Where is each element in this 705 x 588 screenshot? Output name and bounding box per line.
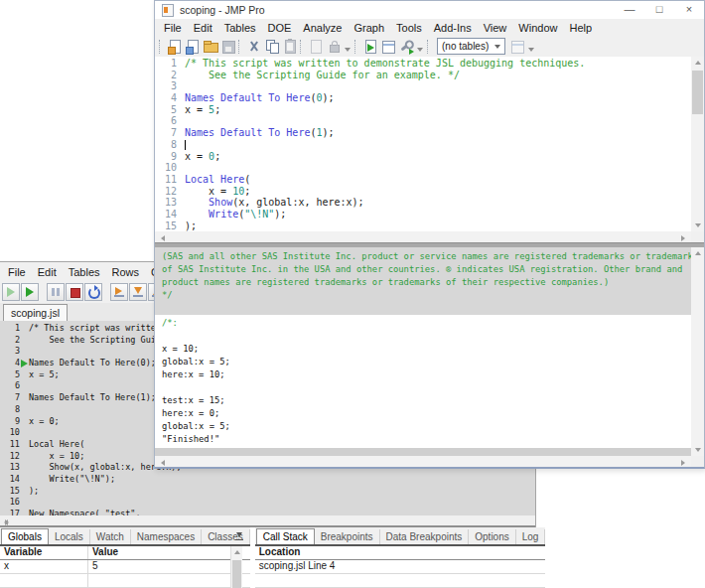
tab-globals[interactable]: Globals	[1, 528, 49, 544]
log-hscrollbar[interactable]	[155, 456, 691, 467]
toolbar-overflow-icon[interactable]	[345, 48, 351, 52]
line-number: 6	[155, 115, 185, 127]
tab-breakpoints[interactable]: Breakpoints	[315, 529, 380, 544]
tools-button[interactable]	[397, 38, 415, 56]
desktop: FileEditTablesRowsColsDOE scoping.jsl 1/…	[0, 0, 705, 588]
table-row[interactable]	[0, 574, 250, 588]
code-line-5: 5x = 5;	[155, 104, 691, 116]
step-over-button[interactable]	[110, 283, 128, 301]
line-number: 10	[0, 427, 29, 439]
scroll-left-icon[interactable]	[157, 231, 170, 242]
minimize-button[interactable]: —	[615, 1, 644, 19]
code-line-7: 7Names Default To Here(1);	[155, 127, 691, 139]
debug-pause-button[interactable]	[47, 283, 65, 301]
step-into-icon	[134, 287, 142, 294]
debug-menu-edit[interactable]: Edit	[32, 266, 63, 278]
title-bar[interactable]: scoping - JMP Pro — □ ×	[155, 1, 704, 19]
line-number: 6	[0, 380, 29, 392]
cut-button[interactable]	[245, 38, 263, 56]
line-number: 4	[155, 92, 185, 104]
copy-special-button[interactable]	[307, 38, 325, 56]
jmp-main-window: scoping - JMP Pro — □ × FileEditTablesDO…	[154, 0, 705, 469]
code-line-10: 10	[155, 162, 691, 174]
document-icon	[311, 40, 322, 54]
table-row[interactable]	[255, 574, 546, 588]
editor-hscrollbar[interactable]	[155, 231, 691, 242]
toolbar-overflow-icon[interactable]	[417, 48, 423, 52]
log-pane[interactable]: (SAS and all other SAS Institute Inc. pr…	[155, 247, 691, 456]
import-table-button[interactable]	[508, 38, 526, 56]
scroll-down-icon[interactable]	[691, 219, 704, 231]
log-vscrollbar[interactable]	[691, 247, 704, 456]
scroll-left-icon[interactable]	[157, 456, 170, 467]
debug-menu-tables[interactable]: Tables	[63, 266, 106, 278]
menu-add-ins[interactable]: Add-Ins	[428, 22, 478, 34]
scrollbar-thumb[interactable]	[232, 560, 241, 588]
pin-icon[interactable]	[235, 532, 244, 541]
menu-doe[interactable]: DOE	[262, 22, 298, 34]
tab-options[interactable]: Options	[469, 529, 515, 544]
debug-run-button[interactable]	[21, 283, 39, 301]
close-button[interactable]: ×	[674, 1, 704, 19]
tab-log[interactable]: Log	[516, 529, 546, 544]
tab-namespaces[interactable]: Namespaces	[131, 529, 202, 544]
editor-vscrollbar[interactable]	[691, 57, 704, 231]
script-editor[interactable]: 1/* This script was written to demonstra…	[155, 57, 691, 232]
scroll-up-icon[interactable]	[691, 57, 704, 70]
new-data-table-button[interactable]	[379, 38, 397, 56]
debug-menu-file[interactable]: File	[2, 266, 32, 278]
debug-run-no-breakpoints-button[interactable]	[2, 283, 20, 301]
menu-graph[interactable]: Graph	[348, 22, 390, 34]
scrollbar-thumb[interactable]	[692, 71, 703, 114]
code-line-9: 9x = 0;	[155, 151, 691, 163]
scroll-down-icon[interactable]	[691, 443, 704, 456]
menu-tools[interactable]: Tools	[390, 22, 428, 34]
menu-window[interactable]: Window	[512, 22, 563, 34]
main-menubar: FileEditTablesDOEAnalyzeGraphToolsAdd-In…	[155, 19, 704, 36]
scroll-right-icon[interactable]	[676, 456, 689, 467]
new-journal-button[interactable]	[166, 38, 184, 56]
tables-dropdown[interactable]: (no tables)	[437, 38, 505, 55]
tab-watch[interactable]: Watch	[90, 529, 131, 544]
line-number: 11	[0, 439, 29, 451]
code-line-11: 11Local Here(	[155, 174, 691, 186]
table-row[interactable]: scoping.jsl Line 4	[255, 560, 546, 574]
line-number: 12	[155, 186, 185, 198]
run-script-button[interactable]	[361, 38, 379, 56]
menu-file[interactable]: File	[158, 22, 188, 34]
tab-data-breakpoints[interactable]: Data Breakpoints	[380, 529, 470, 544]
chevron-down-icon	[494, 45, 500, 49]
lock-button[interactable]	[325, 38, 343, 56]
copy-button[interactable]	[263, 38, 281, 56]
scroll-up-icon[interactable]	[691, 247, 704, 260]
variables-table-vscrollbar[interactable]	[230, 546, 242, 588]
toolbar-overflow-icon[interactable]	[528, 48, 534, 52]
maximize-button[interactable]: □	[644, 1, 674, 19]
menu-help[interactable]: Help	[563, 22, 598, 34]
debug-stop-button[interactable]	[66, 283, 83, 301]
debugger-editor-hscrollbar[interactable]	[0, 515, 535, 525]
tab-call-stack[interactable]: Call Stack	[256, 528, 315, 544]
code-line-6: 6	[155, 115, 691, 127]
debug-menu-rows[interactable]: Rows	[106, 266, 146, 278]
table-row[interactable]: x5	[0, 560, 250, 574]
save-icon	[222, 41, 235, 54]
menu-edit[interactable]: Edit	[188, 22, 218, 34]
line-number: 8	[0, 404, 29, 416]
menu-view[interactable]: View	[478, 22, 513, 34]
new-script-button[interactable]	[184, 38, 202, 56]
line-number: 7	[155, 127, 185, 139]
open-button[interactable]	[202, 38, 219, 56]
tab-scoping-jsl[interactable]: scoping.jsl	[3, 304, 68, 321]
menu-tables[interactable]: Tables	[218, 22, 262, 34]
tables-dropdown-value: (no tables)	[442, 41, 489, 52]
jsl-script-icon	[162, 4, 174, 17]
paste-button[interactable]	[281, 38, 299, 56]
scroll-up-icon[interactable]	[231, 546, 244, 559]
step-into-button[interactable]	[129, 283, 147, 301]
scroll-right-icon[interactable]	[676, 231, 689, 242]
menu-analyze[interactable]: Analyze	[297, 22, 348, 34]
tab-locals[interactable]: Locals	[49, 529, 90, 544]
save-button[interactable]	[219, 38, 237, 56]
debug-reset-button[interactable]	[84, 283, 102, 301]
